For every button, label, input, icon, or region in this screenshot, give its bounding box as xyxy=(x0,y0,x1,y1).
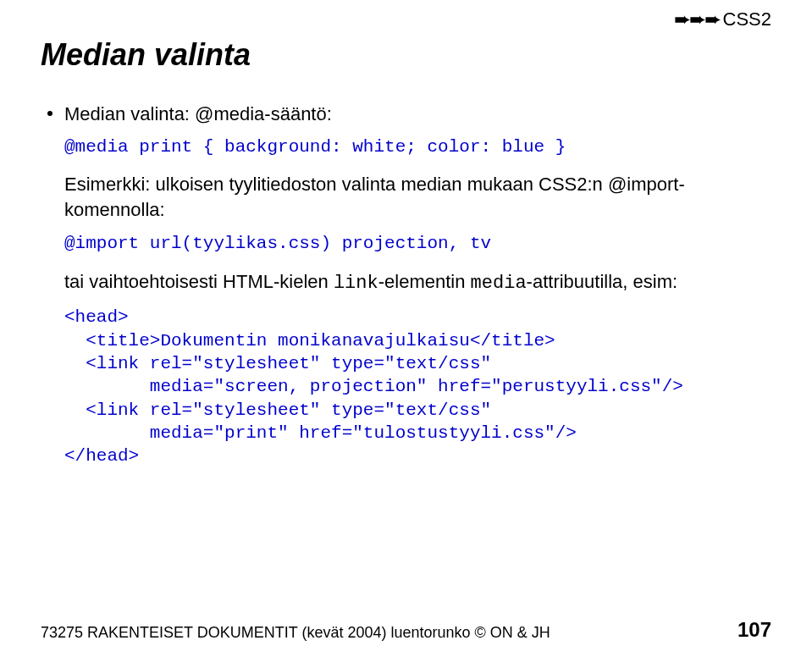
footer: 73275 RAKENTEISET DOKUMENTIT (kevät 2004… xyxy=(41,618,771,642)
para2-part-a: tai vaihtoehtoisesti HTML-kielen xyxy=(64,271,334,292)
para2-part-c: -attribuutilla, esim: xyxy=(527,271,678,292)
paragraph-link-intro: tai vaihtoehtoisesti HTML-kielen link-el… xyxy=(64,269,771,296)
para2-part-b: -elementin xyxy=(378,271,471,292)
code-import-rule: @import url(tyylikas.css) projection, tv xyxy=(64,232,771,255)
inline-code-media: media xyxy=(471,273,527,294)
header-tag: ➨➨➨ CSS2 xyxy=(674,8,771,30)
code-head-example: <head> <title>Dokumentin monikanavajulka… xyxy=(64,306,771,467)
bullet-text: Median valinta: @media-sääntö: xyxy=(64,102,332,127)
header-tag-text: CSS2 xyxy=(723,8,771,30)
footer-text: 73275 RAKENTEISET DOKUMENTIT (kevät 2004… xyxy=(41,624,550,642)
inline-code-link: link xyxy=(334,273,378,294)
arrow-icons: ➨➨➨ xyxy=(674,9,720,30)
page-number: 107 xyxy=(737,618,771,642)
code-media-rule: @media print { background: white; color:… xyxy=(64,135,771,158)
bullet-icon xyxy=(47,111,52,116)
page-title: Median valinta xyxy=(41,37,771,73)
paragraph-import-intro: Esimerkki: ulkoisen tyylitiedoston valin… xyxy=(64,172,771,222)
bullet-item: Median valinta: @media-sääntö: xyxy=(47,102,771,127)
